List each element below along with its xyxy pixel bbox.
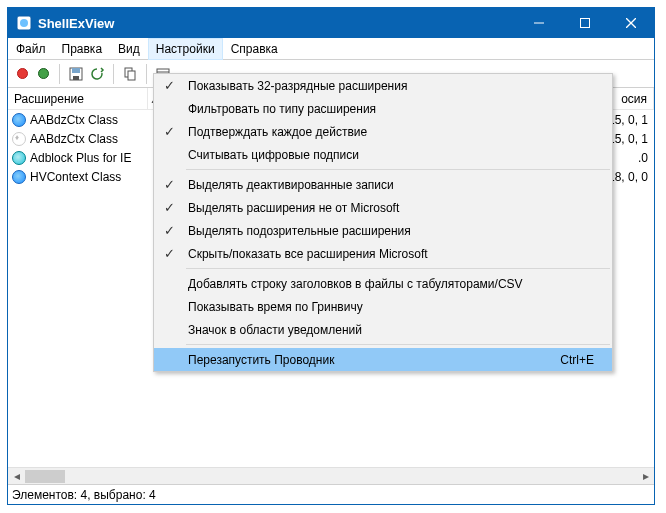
record-red-button[interactable] (14, 66, 30, 82)
menu-separator (186, 169, 610, 170)
minimize-button[interactable] (516, 8, 562, 38)
menu-item-show-32bit[interactable]: ✓ Показывать 32-разрядные расширения (154, 74, 612, 97)
menu-help[interactable]: Справка (223, 38, 286, 60)
menu-options[interactable]: Настройки (148, 38, 223, 60)
svg-rect-3 (581, 19, 590, 28)
window-title: ShellExView (38, 16, 516, 31)
scroll-right-arrow[interactable]: ▸ (637, 468, 654, 485)
save-button[interactable] (68, 66, 84, 82)
menu-item-highlight-disabled[interactable]: ✓ Выделять деактивированные записи (154, 173, 612, 196)
menu-item-hide-ms[interactable]: ✓ Скрыть/показать все расширения Microso… (154, 242, 612, 265)
record-green-button[interactable] (35, 66, 51, 82)
item-name: AABdzCtx Class (30, 132, 118, 146)
menubar: Файл Правка Вид Настройки Справка (8, 38, 654, 60)
menu-separator (186, 268, 610, 269)
status-text: Элементов: 4, выбрано: 4 (12, 488, 156, 502)
menu-edit[interactable]: Правка (54, 38, 111, 60)
extension-icon (12, 170, 26, 184)
check-icon: ✓ (154, 177, 184, 192)
menu-view[interactable]: Вид (110, 38, 148, 60)
copy-button[interactable] (122, 66, 138, 82)
menu-item-confirm-action[interactable]: ✓ Подтверждать каждое действие (154, 120, 612, 143)
column-name[interactable]: Расширение (8, 88, 148, 109)
toolbar-separator (113, 64, 114, 84)
check-icon: ✓ (154, 246, 184, 261)
maximize-button[interactable] (562, 8, 608, 38)
menu-item-read-signatures[interactable]: Считывать цифровые подписи (154, 143, 612, 166)
menu-separator (186, 344, 610, 345)
scroll-track[interactable] (25, 468, 637, 485)
titlebar[interactable]: ShellExView (8, 8, 654, 38)
item-name: HVContext Class (30, 170, 121, 184)
menu-item-tray-icon[interactable]: Значок в области уведомлений (154, 318, 612, 341)
item-name: Adblock Plus for IE (30, 151, 131, 165)
menu-item-filter-type[interactable]: Фильтровать по типу расширения (154, 97, 612, 120)
toolbar-separator (59, 64, 60, 84)
scroll-thumb[interactable] (25, 470, 65, 483)
menu-item-add-header-csv[interactable]: Добавлять строку заголовков в файлы с та… (154, 272, 612, 295)
menu-file[interactable]: Файл (8, 38, 54, 60)
svg-point-1 (20, 19, 28, 27)
close-button[interactable] (608, 8, 654, 38)
app-icon (16, 15, 32, 31)
refresh-button[interactable] (89, 66, 105, 82)
check-icon: ✓ (154, 200, 184, 215)
status-bar: Элементов: 4, выбрано: 4 (8, 484, 654, 504)
check-icon: ✓ (154, 223, 184, 238)
toolbar-separator (146, 64, 147, 84)
red-dot-icon (17, 68, 28, 79)
check-icon: ✓ (154, 78, 184, 93)
svg-rect-8 (73, 76, 79, 80)
check-icon: ✓ (154, 124, 184, 139)
item-name: AABdzCtx Class (30, 113, 118, 127)
extension-icon (12, 151, 26, 165)
horizontal-scrollbar[interactable]: ◂ ▸ (8, 467, 654, 484)
menu-accelerator: Ctrl+E (560, 353, 612, 367)
svg-rect-7 (72, 68, 80, 73)
scroll-left-arrow[interactable]: ◂ (8, 468, 25, 485)
options-menu-popup: ✓ Показывать 32-разрядные расширения Фил… (153, 73, 613, 372)
extension-icon (12, 132, 26, 146)
svg-rect-10 (128, 71, 135, 80)
menu-item-highlight-nonms[interactable]: ✓ Выделять расширения не от Microsoft (154, 196, 612, 219)
menu-item-gmt-time[interactable]: Показывать время по Гринвичу (154, 295, 612, 318)
menu-item-highlight-suspicious[interactable]: ✓ Выделять подозрительные расширения (154, 219, 612, 242)
green-dot-icon (38, 68, 49, 79)
extension-icon (12, 113, 26, 127)
menu-item-restart-explorer[interactable]: Перезапустить Проводник Ctrl+E (154, 348, 612, 371)
